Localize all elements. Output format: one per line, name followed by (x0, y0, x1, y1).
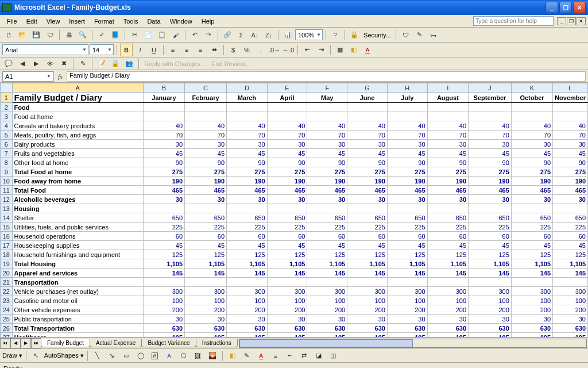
cell-K17[interactable]: 45 (511, 241, 552, 250)
shadow-button[interactable]: ◪ (312, 350, 325, 362)
oval-button[interactable]: ◯ (134, 350, 147, 362)
cell-G13[interactable] (347, 204, 388, 213)
cell-F15[interactable]: 225 (307, 223, 347, 232)
cell-C1[interactable]: February (185, 93, 227, 103)
row-header-11[interactable]: 11 (1, 186, 13, 195)
cell-J25[interactable]: 30 (469, 315, 512, 324)
cell-A15[interactable]: Utilities, fuels, and public services (12, 223, 143, 232)
cell-C15[interactable]: 225 (185, 223, 227, 232)
cell-L3[interactable] (553, 112, 588, 121)
cell-F18[interactable]: 125 (307, 250, 347, 259)
cell-B1[interactable]: January (143, 93, 184, 103)
cell-L1[interactable]: November (553, 93, 588, 103)
cell-G17[interactable]: 45 (347, 241, 388, 250)
col-header-G[interactable]: G (347, 83, 388, 93)
cell-G19[interactable]: 1,105 (347, 259, 388, 269)
cell-F10[interactable]: 190 (307, 177, 347, 186)
cell-E11[interactable]: 465 (267, 186, 307, 195)
cell-K8[interactable]: 90 (511, 158, 552, 167)
cell-G1[interactable]: June (347, 93, 388, 103)
cell-D27[interactable]: 195 (227, 333, 268, 338)
formula-input[interactable]: Family Budget / Diary (67, 71, 586, 82)
cell-L2[interactable] (553, 103, 588, 112)
row-header-21[interactable]: 21 (1, 278, 13, 287)
cell-L14[interactable]: 650 (553, 213, 588, 223)
cell-G24[interactable]: 200 (347, 305, 388, 315)
cell-L25[interactable]: 30 (553, 315, 588, 324)
cell-E14[interactable]: 650 (267, 213, 307, 223)
cell-H18[interactable]: 125 (387, 250, 427, 259)
cell-J12[interactable]: 30 (469, 195, 512, 204)
zoom-combo[interactable]: 100%▼ (295, 29, 323, 40)
underline-button[interactable]: U (148, 44, 160, 56)
cell-H20[interactable]: 145 (387, 269, 427, 278)
arrow-button[interactable]: ↘ (106, 350, 118, 362)
cell-I11[interactable]: 465 (427, 186, 469, 195)
cell-A5[interactable]: Meats, poultry, fish, and eggs (12, 131, 143, 140)
cell-F14[interactable]: 650 (307, 213, 347, 223)
cell-H14[interactable]: 650 (387, 213, 427, 223)
cell-A24[interactable]: Other vehicle expenses (12, 305, 143, 315)
line-color-button[interactable]: ✎ (241, 350, 253, 362)
cell-D20[interactable]: 145 (227, 269, 268, 278)
cell-E12[interactable]: 30 (267, 195, 307, 204)
cell-I13[interactable] (427, 204, 469, 213)
row-header-20[interactable]: 20 (1, 269, 13, 278)
cell-E10[interactable]: 190 (267, 177, 307, 186)
cell-D8[interactable]: 90 (227, 158, 268, 167)
cell-L16[interactable]: 60 (553, 232, 588, 241)
cell-B23[interactable]: 100 (143, 296, 184, 305)
cell-H15[interactable]: 225 (387, 223, 427, 232)
cell-K15[interactable]: 225 (511, 223, 552, 232)
fill-color-draw-button[interactable]: ◧ (226, 350, 239, 362)
cell-C10[interactable]: 190 (185, 177, 227, 186)
cell-C23[interactable]: 100 (185, 296, 227, 305)
doc-close-button[interactable]: ✕ (577, 17, 586, 25)
cell-D17[interactable]: 45 (227, 241, 268, 250)
cell-I21[interactable] (427, 278, 469, 287)
cell-C9[interactable]: 275 (185, 167, 227, 177)
cell-F9[interactable]: 275 (307, 167, 347, 177)
cell-F8[interactable]: 90 (307, 158, 347, 167)
cell-F2[interactable] (307, 103, 347, 112)
cell-H21[interactable] (387, 278, 427, 287)
col-header-J[interactable]: J (469, 83, 512, 93)
cell-I25[interactable]: 30 (427, 315, 469, 324)
cell-J22[interactable]: 300 (469, 287, 512, 296)
cell-B3[interactable] (143, 112, 184, 121)
maximize-button[interactable]: ❐ (559, 2, 572, 13)
cell-H13[interactable] (387, 204, 427, 213)
cell-E3[interactable] (267, 112, 307, 121)
cell-H10[interactable]: 190 (387, 177, 427, 186)
row-header-7[interactable]: 7 (1, 149, 13, 158)
cell-A9[interactable]: Total Food at home (12, 167, 143, 177)
cell-E24[interactable]: 200 (267, 305, 307, 315)
cell-I9[interactable]: 275 (427, 167, 469, 177)
save-button[interactable]: 💾 (30, 29, 42, 41)
print-preview-button[interactable]: 🔍 (76, 29, 89, 41)
cell-L9[interactable]: 275 (553, 167, 588, 177)
cell-E5[interactable]: 70 (267, 131, 307, 140)
cell-J16[interactable]: 60 (469, 232, 512, 241)
menu-file[interactable]: File (2, 17, 22, 26)
cell-A12[interactable]: Alcoholic beverages (12, 195, 143, 204)
cell-L20[interactable]: 145 (553, 269, 588, 278)
cell-A17[interactable]: Housekeeping supplies (12, 241, 143, 250)
cell-F21[interactable] (307, 278, 347, 287)
menu-window[interactable]: Window (165, 17, 197, 26)
cell-I14[interactable]: 650 (427, 213, 469, 223)
cell-D6[interactable]: 30 (227, 140, 268, 149)
cell-D22[interactable]: 300 (227, 287, 268, 296)
cell-I16[interactable]: 60 (427, 232, 469, 241)
cell-J2[interactable] (469, 103, 512, 112)
cell-A16[interactable]: Household operations (12, 232, 143, 241)
cell-B14[interactable]: 650 (143, 213, 184, 223)
cell-G4[interactable]: 40 (347, 121, 388, 131)
cell-J1[interactable]: September (469, 93, 512, 103)
cell-I1[interactable]: August (427, 93, 469, 103)
cell-B21[interactable] (143, 278, 184, 287)
new-comment-button[interactable]: 💬 (2, 57, 15, 70)
cell-E26[interactable]: 630 (267, 324, 307, 333)
cell-I23[interactable]: 100 (427, 296, 469, 305)
cell-K14[interactable]: 650 (511, 213, 552, 223)
